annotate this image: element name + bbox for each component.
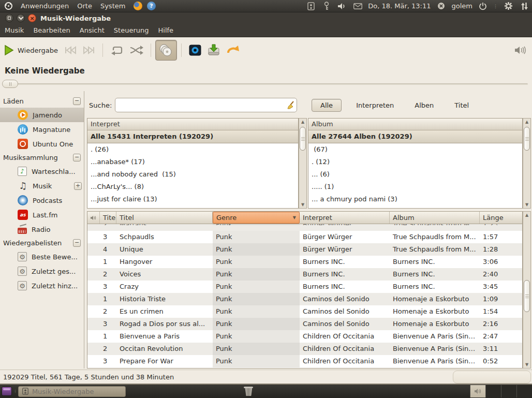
- track-row[interactable]: 3Rogad a Dios por sus al...PunkCaminos d…: [87, 318, 522, 330]
- scroll-down-icon[interactable]: ▼: [523, 361, 530, 368]
- album-row[interactable]: ... (6): [308, 168, 522, 181]
- shuffle-button[interactable]: [127, 42, 146, 58]
- sidebar-item-warteschla[interactable]: ♪Warteschla...: [0, 164, 84, 179]
- track-row[interactable]: 1Historia TristePunkCaminos del SonidoHo…: [87, 293, 522, 305]
- collapse-button[interactable]: −: [73, 239, 81, 247]
- show-desktop-button[interactable]: [2, 387, 12, 396]
- sync-button[interactable]: [223, 41, 243, 59]
- sidebar-item-zuletzt-ges[interactable]: ⚙Zuletzt ges...: [0, 264, 84, 278]
- sidebar-item-magnatune[interactable]: Magnatune: [0, 122, 84, 137]
- track-row[interactable]: 1Bienvenue a ParisPunkChildren Of Occita…: [87, 330, 522, 343]
- search-input[interactable]: [115, 98, 285, 112]
- next-button[interactable]: [80, 42, 98, 58]
- column-header-genre[interactable]: Genre▼: [213, 212, 300, 224]
- previous-button[interactable]: [61, 42, 80, 58]
- menu-hilfe[interactable]: Hilfe: [154, 26, 179, 34]
- me-menu-status-icon[interactable]: [436, 1, 447, 11]
- workspace-cell-4[interactable]: [516, 385, 532, 397]
- menu-musik[interactable]: Musik: [0, 26, 28, 34]
- collapse-button[interactable]: −: [73, 154, 81, 161]
- artist-row[interactable]: ...just for claire (13): [87, 193, 298, 205]
- scrollbar-thumb[interactable]: [524, 280, 530, 312]
- track-row[interactable]: 2MartansPunkBürger WürgerTrue Schpaudls …: [87, 224, 522, 231]
- scrollbar-thumb[interactable]: [300, 127, 306, 151]
- artist-pane-scrollbar[interactable]: ▲ ▼: [299, 118, 307, 209]
- distributor-logo-icon[interactable]: [3, 1, 13, 11]
- column-header-title[interactable]: Titel: [116, 212, 213, 224]
- filter-button-alben[interactable]: Alben: [408, 99, 440, 112]
- column-header-length[interactable]: Länge: [480, 212, 522, 224]
- firefox-launcher-icon[interactable]: [132, 1, 143, 11]
- me-menu-username[interactable]: golem: [452, 2, 472, 10]
- track-row[interactable]: 2Occitan RevolutionPunkChildren Of Occit…: [87, 343, 522, 355]
- keyring-icon[interactable]: [321, 1, 332, 11]
- workspace-cell-3[interactable]: [501, 385, 516, 397]
- track-row[interactable]: 4UniquePunkBürger WürgerTrue Schpaudls f…: [87, 243, 522, 256]
- sidebar-item-beste-bewe[interactable]: ⚙Beste Bewe...: [0, 249, 84, 264]
- track-row[interactable]: 2Es un crimenPunkCaminos del SonidoHomen…: [87, 305, 522, 318]
- scroll-down-icon[interactable]: ▼: [523, 201, 530, 208]
- artist-all-row[interactable]: Alle 15431 Interpreten (192029): [87, 130, 298, 143]
- filter-button-interpreten[interactable]: Interpreten: [350, 99, 400, 112]
- track-row[interactable]: 2VoicesPunkBurners INC.Burners INC.2:40: [87, 268, 522, 281]
- menu-steuerung[interactable]: Steuerung: [109, 26, 154, 34]
- volume-button[interactable]: [511, 42, 532, 58]
- trash-icon[interactable]: [244, 386, 253, 396]
- sidebar-item-jamendo[interactable]: Jamendo: [0, 108, 84, 122]
- album-all-row[interactable]: Alle 27644 Alben (192029): [308, 130, 522, 143]
- play-button[interactable]: Wiedergabe: [0, 41, 61, 59]
- panel-menu-anwendungen[interactable]: Anwendungen: [17, 2, 73, 10]
- workspace-cell-2[interactable]: [485, 385, 501, 397]
- scrollbar-thumb[interactable]: [524, 127, 530, 151]
- sidebar-item-last-fm[interactable]: asLast.fm: [0, 208, 84, 222]
- track-row[interactable]: 3CrazyPunkBurners INC.Burners INC.3:45: [87, 281, 522, 293]
- track-row[interactable]: 3Prepare For WarPunkChildren Of Occitani…: [87, 355, 522, 367]
- artist-row[interactable]: ...anabase* (17): [87, 156, 298, 168]
- help-launcher-icon[interactable]: ?: [146, 1, 156, 11]
- minimize-button[interactable]: [17, 14, 25, 22]
- seek-slider-handle[interactable]: [2, 80, 18, 88]
- burst-indicator-icon[interactable]: [503, 1, 513, 11]
- album-row[interactable]: . (12): [308, 156, 522, 168]
- device-notifier-icon[interactable]: [306, 1, 316, 11]
- sidebar-item-ubuntu-one[interactable]: Ubuntu One: [0, 137, 84, 151]
- panel-menu-orte[interactable]: Orte: [73, 2, 96, 10]
- expander-button[interactable]: +: [74, 182, 82, 190]
- repeat-button[interactable]: [107, 42, 127, 58]
- column-header-album[interactable]: Album: [390, 212, 480, 224]
- close-button[interactable]: ×: [28, 14, 36, 22]
- scroll-down-icon[interactable]: ▼: [299, 201, 306, 208]
- column-header-playing[interactable]: [87, 212, 100, 224]
- filter-button-titel[interactable]: Titel: [448, 99, 475, 112]
- seek-slider-track[interactable]: [4, 83, 528, 85]
- filter-button-alle[interactable]: Alle: [312, 99, 342, 112]
- column-header-artist[interactable]: Interpret: [300, 212, 390, 224]
- panel-menu-system[interactable]: System: [96, 2, 129, 10]
- browse-button[interactable]: [155, 40, 177, 61]
- sidebar-item-zuletzt-hinz[interactable]: ⚙Zuletzt hinz...: [0, 278, 84, 293]
- scroll-up-icon[interactable]: ▲: [523, 212, 530, 218]
- messages-indicator-icon[interactable]: [352, 1, 363, 11]
- sidebar-item-radio[interactable]: Radio: [0, 222, 84, 237]
- artist-row[interactable]: . (26): [87, 143, 298, 156]
- workspace-cell-1[interactable]: [470, 385, 485, 397]
- collapse-button[interactable]: −: [73, 97, 81, 105]
- track-row[interactable]: 1HangoverPunkBurners INC.Burners INC.3:0…: [87, 256, 522, 268]
- artist-row[interactable]: ...ChArLy's... (8): [87, 181, 298, 193]
- taskbar-window-button[interactable]: Musik-Wiedergabe: [18, 386, 126, 397]
- scroll-up-icon[interactable]: ▲: [523, 119, 530, 125]
- album-pane-header[interactable]: Album: [308, 119, 522, 130]
- visualization-button[interactable]: [186, 41, 204, 59]
- column-header-tracknum[interactable]: Titel: [100, 212, 116, 224]
- sidebar-item-podcasts[interactable]: Podcasts: [0, 193, 84, 208]
- album-row[interactable]: ..... (1): [308, 181, 522, 193]
- track-row[interactable]: 3SchpaudlsPunkBürger WürgerTrue Schpaudl…: [87, 231, 522, 243]
- album-row[interactable]: (67): [308, 143, 522, 156]
- album-row[interactable]: ... a chmury pod nami (3): [308, 193, 522, 205]
- album-pane-scrollbar[interactable]: ▲ ▼: [523, 118, 531, 209]
- sidebar-item-musik[interactable]: ♫Musik+: [0, 179, 84, 193]
- clear-search-icon[interactable]: [285, 99, 297, 111]
- tracklist-scrollbar[interactable]: ▲ ▼: [523, 211, 531, 368]
- volume-indicator-icon[interactable]: [337, 1, 347, 11]
- scroll-up-icon[interactable]: ▲: [299, 119, 306, 125]
